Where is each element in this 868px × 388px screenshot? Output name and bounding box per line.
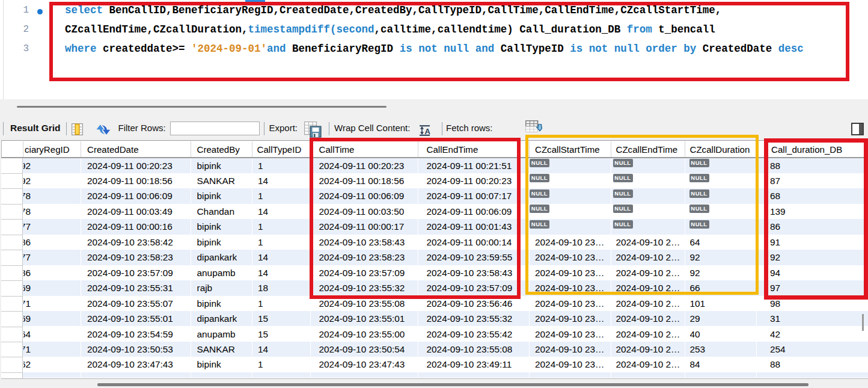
svg-text:A: A bbox=[425, 127, 431, 136]
